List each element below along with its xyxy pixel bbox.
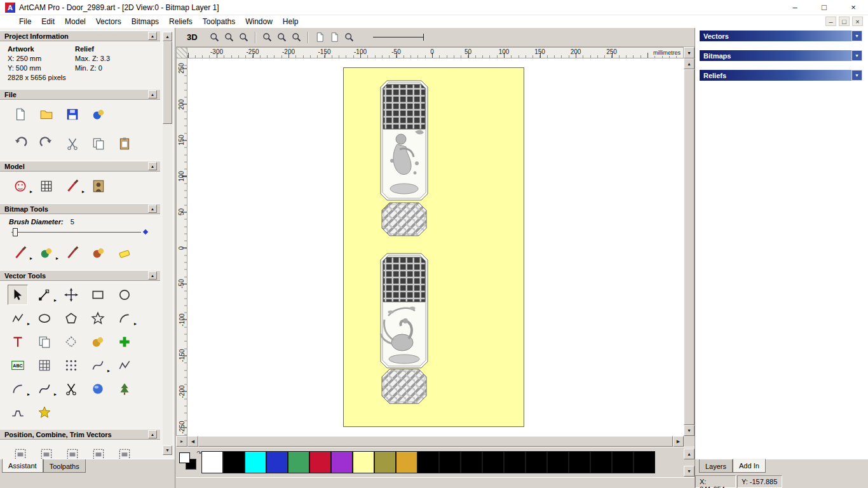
new-model-button[interactable] [10, 104, 31, 125]
menu-file[interactable]: File [14, 17, 36, 27]
preview-relief-button[interactable] [342, 30, 356, 44]
scroll-left-button[interactable] [187, 436, 198, 447]
menu-help[interactable]: Help [278, 17, 304, 27]
mdi-close-button[interactable]: × [852, 17, 863, 26]
zoom-drawing-button[interactable] [275, 30, 289, 44]
align-top-button[interactable] [62, 444, 83, 459]
offset-vectors-button[interactable] [34, 332, 55, 352]
collapse-file-button[interactable] [148, 90, 157, 98]
section-dropdown-button[interactable] [851, 70, 862, 81]
create-arc-button[interactable] [114, 308, 135, 329]
copy-button[interactable] [88, 133, 109, 154]
collapse-position-button[interactable] [148, 430, 157, 438]
primary-colour[interactable] [179, 452, 190, 463]
scroll-up-button[interactable] [684, 58, 695, 69]
palette-swatch[interactable] [223, 451, 245, 473]
scroll-right-button[interactable] [673, 436, 684, 447]
scroll-up-button[interactable] [163, 32, 172, 41]
load-relief-button[interactable] [88, 104, 109, 125]
create-text-button[interactable] [8, 332, 28, 352]
cut-button[interactable] [62, 133, 83, 154]
palette-swatch[interactable] [417, 451, 439, 473]
fillet-tool-button[interactable] [88, 332, 108, 352]
palette-swatch[interactable] [547, 451, 569, 473]
menu-model[interactable]: Model [60, 17, 91, 27]
block-copy-button[interactable] [114, 332, 135, 352]
view-3d-button[interactable]: 3D [182, 31, 202, 43]
paste-along-curve-button[interactable] [34, 355, 55, 376]
paint-selective-button[interactable] [62, 243, 83, 263]
create-section-button[interactable] [8, 402, 28, 423]
palette-swatch[interactable] [504, 451, 526, 473]
flood-fill-button[interactable] [36, 243, 57, 263]
scroll-down-button[interactable] [684, 425, 695, 436]
calculate-relief-button[interactable] [36, 176, 57, 196]
fit-tree-button[interactable] [114, 379, 135, 399]
zoom-previous-button[interactable] [236, 30, 251, 44]
transform-vectors-button[interactable] [61, 285, 81, 305]
create-freehand-button[interactable] [8, 308, 28, 329]
redo-button[interactable] [36, 133, 57, 154]
vectors-section-header[interactable]: Vectors [700, 30, 851, 41]
section-dropdown-button[interactable] [851, 30, 862, 41]
node-editing-button[interactable] [34, 285, 55, 305]
mdi-minimize-button[interactable]: – [825, 17, 836, 26]
join-vectors-button[interactable] [34, 379, 55, 399]
close-button[interactable]: × [839, 0, 868, 15]
select-vectors-button[interactable] [8, 285, 28, 305]
create-diamond-button[interactable] [61, 332, 81, 352]
block-nest-button[interactable] [61, 355, 81, 376]
palette-swatch[interactable] [309, 451, 331, 473]
create-rectangle-button[interactable] [88, 285, 108, 305]
tab-layers[interactable]: Layers [699, 459, 733, 473]
palette-swatch[interactable] [374, 451, 396, 473]
palette-swatch[interactable] [590, 451, 612, 473]
create-polygon-button[interactable] [61, 308, 81, 329]
create-oval-button[interactable] [34, 308, 55, 329]
tab-add-in[interactable]: Add In [733, 459, 766, 473]
mdi-restore-button[interactable]: □ [839, 17, 850, 26]
zoom-window-button[interactable] [260, 30, 275, 44]
open-model-button[interactable] [36, 104, 57, 125]
fit-arcs-button[interactable] [8, 379, 28, 399]
palette-swatch[interactable] [245, 451, 266, 473]
maximize-button[interactable]: □ [810, 0, 839, 15]
align-centre-button[interactable] [114, 444, 135, 459]
eraser-button[interactable] [114, 243, 135, 263]
align-bottom-button[interactable] [88, 444, 109, 459]
canvas-vertical-scrollbar[interactable] [684, 58, 695, 436]
menu-window[interactable]: Window [240, 17, 278, 27]
line-width-indicator[interactable] [373, 37, 424, 37]
tab-assistant[interactable]: Assistant [2, 459, 43, 473]
tab-toolpaths[interactable]: Toolpaths [43, 459, 86, 473]
palette-swatch[interactable] [569, 451, 590, 473]
menu-toolpaths[interactable]: Toolpaths [198, 17, 240, 27]
scrollbar-thumb[interactable] [684, 69, 695, 425]
smooth-relief-button[interactable] [62, 176, 83, 196]
palette-swatch[interactable] [266, 451, 288, 473]
canvas-2d-view[interactable] [187, 58, 684, 436]
zoom-out-button[interactable] [222, 30, 236, 44]
scrollbar-thumb[interactable] [198, 436, 673, 447]
bitmaps-section-header[interactable]: Bitmaps [700, 50, 851, 61]
brush-diameter-slider[interactable] [11, 227, 147, 237]
palette-scroll-down-button[interactable] [684, 466, 695, 477]
palette-swatch[interactable] [201, 451, 223, 473]
palette-swatch[interactable] [353, 451, 374, 473]
palette-swatch[interactable] [331, 451, 353, 473]
paint-brush-button[interactable] [10, 243, 31, 263]
create-ellipse-button[interactable] [114, 285, 135, 305]
zoom-selection-button[interactable] [289, 30, 304, 44]
menu-reliefs[interactable]: Reliefs [164, 17, 198, 27]
undo-button[interactable] [10, 133, 31, 154]
collapse-vector-button[interactable] [148, 271, 157, 280]
collapse-project-button[interactable] [148, 32, 157, 40]
menu-bitmaps[interactable]: Bitmaps [126, 17, 164, 27]
palette-swatch[interactable] [612, 451, 634, 473]
trim-vectors-button[interactable] [61, 379, 81, 399]
palette-swatch[interactable] [634, 451, 655, 473]
primary-secondary-colours[interactable]: ↷ [177, 450, 201, 475]
palette-swatch[interactable] [482, 451, 504, 473]
palette-swatch[interactable] [288, 451, 309, 473]
menu-edit[interactable]: Edit [36, 17, 60, 27]
